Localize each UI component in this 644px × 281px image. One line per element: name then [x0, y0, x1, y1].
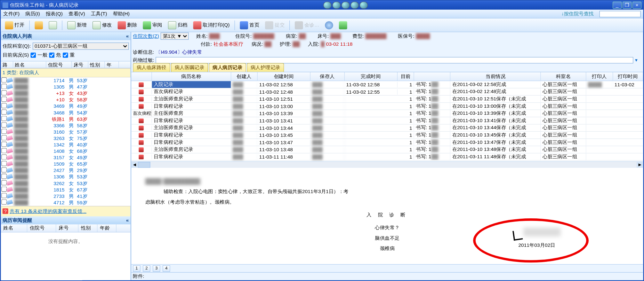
patient-checkbox[interactable]: [1, 129, 6, 134]
patient-row[interactable]: ████2733男41岁: [1, 193, 131, 199]
record-row[interactable]: 日常病程记录███11-03-10 13:45███1书写: 1██在2011-…: [131, 132, 643, 139]
scroll-thumb[interactable]: [138, 162, 150, 168]
patient-checkbox[interactable]: [1, 187, 6, 192]
record-row[interactable]: 入院记录███11-03-02 12:58███11-03-02 12:581书…: [131, 81, 643, 89]
maximize-button[interactable]: ❐: [623, 2, 632, 9]
chk-heavy[interactable]: [63, 52, 68, 58]
scroll-left-icon[interactable]: ◄: [131, 162, 138, 168]
patient-list[interactable]: ████1714男53岁████1305男47岁████+13女43岁████+…: [1, 77, 131, 206]
back-icon-button[interactable]: [337, 20, 349, 30]
patient-row[interactable]: ████1305男47岁: [1, 84, 131, 90]
patient-checkbox[interactable]: [1, 161, 6, 166]
patient-checkbox[interactable]: [1, 142, 6, 147]
patient-row[interactable]: ████1509女65岁: [1, 161, 131, 168]
page-4-button[interactable]: 4: [163, 265, 170, 271]
patient-row[interactable]: ████1815女67岁: [1, 187, 131, 193]
record-row[interactable]: 主治医师查房记录███11-03-10 13:48███1书写: 1██在201…: [131, 146, 643, 153]
hscrollbar[interactable]: ◄ ►: [131, 161, 643, 168]
patient-checkbox[interactable]: [1, 180, 6, 185]
menu-file[interactable]: 文件(F): [3, 11, 20, 17]
patient-row[interactable]: ████4712男59岁: [1, 199, 131, 206]
submit-button[interactable]: 提交: [263, 20, 286, 30]
minimize-button[interactable]: _: [613, 2, 622, 9]
orb-icon[interactable]: [333, 2, 341, 9]
patient-row[interactable]: ████3263女75岁: [1, 135, 131, 142]
record-row[interactable]: 主治医师查房记录███11-03-10 13:44███1书写: 1██在201…: [131, 124, 643, 132]
patient-row[interactable]: ████铁路1男63岁: [1, 116, 131, 122]
patient-checkbox[interactable]: [1, 154, 6, 160]
help-icon-button[interactable]: [323, 20, 335, 30]
patient-row[interactable]: ████+10女58岁: [1, 97, 131, 103]
record-row[interactable]: 主治医师查房记录███11-03-10 12:51███1书写: 1██在201…: [131, 96, 643, 103]
review-button[interactable]: 审阅: [141, 20, 164, 30]
patient-row[interactable]: ████1408女68岁: [1, 148, 131, 154]
drug-allergy-input[interactable]: [156, 57, 633, 63]
page-2-button[interactable]: 2: [143, 265, 150, 271]
patient-checkbox[interactable]: [1, 148, 6, 153]
patient-checkbox[interactable]: [1, 122, 6, 128]
page-3-button[interactable]: 3: [153, 265, 160, 271]
orb-icon[interactable]: [360, 2, 368, 9]
toolbar-icon[interactable]: [47, 20, 59, 30]
record-row[interactable]: 日常病程记录███11-03-11 11:48███1书写: 1██在2011-…: [131, 153, 643, 161]
collapse-icon[interactable]: «: [126, 218, 129, 223]
visit-count-label[interactable]: 住院次数(Z): [133, 33, 159, 39]
patient-checkbox[interactable]: [1, 199, 6, 205]
orb-icon[interactable]: [342, 2, 350, 9]
patient-checkbox[interactable]: [1, 135, 6, 140]
home-button[interactable]: 首页: [238, 20, 261, 30]
menu-help[interactable]: 帮助(H): [113, 11, 130, 17]
record-row[interactable]: 日常病程记录███11-03-10 13:47███1书写: 1██在2011-…: [131, 139, 643, 146]
chk-danger[interactable]: [49, 52, 54, 58]
page-1-button[interactable]: 1: [133, 265, 140, 271]
toolbar-icon[interactable]: [33, 20, 44, 30]
patient-row[interactable]: ████3160女57岁: [1, 129, 131, 135]
patient-row[interactable]: ████+13女43岁: [1, 90, 131, 97]
record-row[interactable]: 日常病程记录███11-03-10 13:41███1书写: 1██在2011-…: [131, 117, 643, 125]
patient-row[interactable]: ████3262女53岁: [1, 180, 131, 187]
patient-checkbox[interactable]: [1, 174, 6, 179]
patient-checkbox[interactable]: [1, 77, 6, 82]
chk-general[interactable]: [30, 52, 36, 58]
scroll-right-icon[interactable]: ►: [637, 162, 643, 168]
delete-button[interactable]: 删除: [116, 20, 139, 30]
archive-button[interactable]: 归档: [166, 20, 189, 30]
close-button[interactable]: ×: [632, 2, 641, 9]
patient-row[interactable]: ████1342男40岁: [1, 142, 131, 148]
menu-view[interactable]: 查看(V): [68, 11, 85, 17]
visit-count-select[interactable]: 第1次 ▼: [161, 33, 189, 40]
record-row[interactable]: 日常病程记录███11-03-10 13:00███1书写: 1██在2011-…: [131, 103, 643, 110]
consult-button[interactable]: 会诊…: [293, 20, 321, 30]
patient-row[interactable]: ████1714男53岁: [1, 77, 131, 84]
menu-tools[interactable]: 工具(T): [91, 11, 107, 17]
ward-select[interactable]: 010371-心脏三病区一组: [32, 43, 129, 50]
patient-checkbox[interactable]: [1, 116, 6, 121]
record-row[interactable]: 首次病程记录███11-03-02 12:48███11-03-02 12:55…: [131, 88, 643, 96]
patient-row[interactable]: ████3157女49岁: [1, 154, 131, 161]
orb-icon[interactable]: [323, 2, 332, 9]
patient-checkbox[interactable]: [1, 97, 6, 102]
cancel-print-button[interactable]: 取消打印(Q): [191, 20, 231, 30]
patient-checkbox[interactable]: [1, 110, 6, 115]
tab-clinical-path[interactable]: 病人临床路径: [133, 63, 170, 72]
record-table-body[interactable]: 入院记录███11-03-02 12:58███11-03-02 12:581书…: [131, 81, 643, 161]
patient-row[interactable]: ████2427男29岁: [1, 168, 131, 174]
edit-button[interactable]: 修改: [91, 20, 114, 30]
patient-row[interactable]: ████3468男54岁: [1, 110, 131, 116]
patient-checkbox[interactable]: [1, 193, 6, 198]
patient-row[interactable]: ████3469男49岁: [1, 103, 131, 110]
dropdown-icon[interactable]: ▾: [635, 58, 642, 63]
patient-checkbox[interactable]: [1, 90, 6, 96]
collapse-icon[interactable]: «: [126, 33, 129, 39]
orb-icon[interactable]: [350, 2, 359, 9]
patient-row[interactable]: ████1306男53岁: [1, 174, 131, 180]
menu-report[interactable]: 报表(Q): [46, 11, 63, 17]
menu-record[interactable]: 病历(I): [25, 11, 40, 17]
patient-row[interactable]: ████3366男58岁: [1, 122, 131, 129]
record-row[interactable]: 首次病程记录主任医师查房███11-03-10 13:39███1书写: 1██…: [131, 110, 643, 117]
tab-nursing[interactable]: 病人护理记录: [247, 63, 284, 72]
new-button[interactable]: 新增: [66, 20, 88, 30]
search-hospno-input[interactable]: [600, 11, 641, 17]
tab-orders[interactable]: 病人医嘱记录: [171, 63, 208, 72]
pending-review-link[interactable]: 共有 13 条未处理的病案审查反馈...: [10, 208, 86, 214]
